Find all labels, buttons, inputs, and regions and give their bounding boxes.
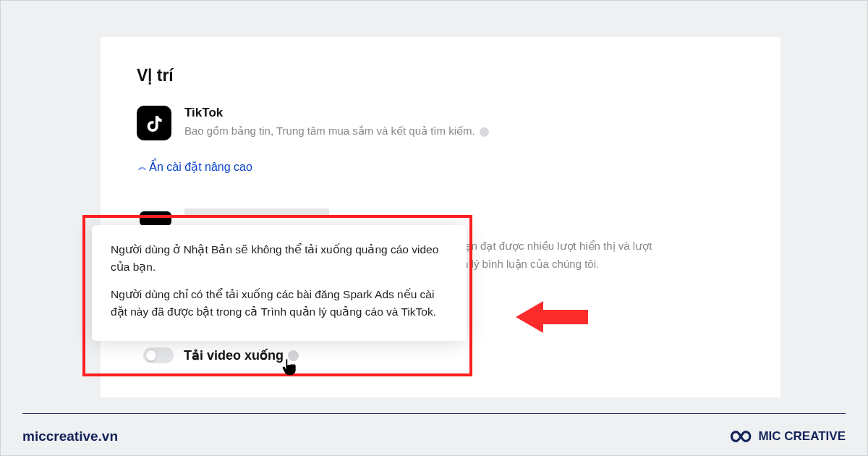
collapse-label: Ẩn cài đặt nâng cao	[149, 160, 252, 174]
info-icon[interactable]	[480, 127, 489, 137]
brand-name: MIC CREATIVE	[758, 429, 846, 444]
platform-description: Bao gồm bảng tin, Trung tâm mua sắm và k…	[184, 124, 489, 138]
toggle-knob	[145, 350, 157, 361]
tooltip-paragraph-1: Người dùng ở Nhật Bản sẽ không thể tải x…	[111, 241, 448, 276]
cursor-pointer-icon	[281, 358, 297, 376]
attention-arrow-icon	[516, 301, 588, 333]
footer-divider	[22, 413, 846, 414]
hide-advanced-link[interactable]: ︽ Ẩn cài đặt nâng cao	[138, 160, 252, 174]
platform-name: TikTok	[184, 106, 489, 120]
platform-row-tiktok[interactable]: TikTok Bao gồm bảng tin, Trung tâm mua s…	[137, 106, 744, 140]
site-url[interactable]: miccreative.vn	[22, 428, 118, 444]
infinity-icon	[725, 428, 752, 445]
placement-panel: Vị trí TikTok Bao gồm bảng tin, Trung tâ…	[101, 37, 780, 397]
brand-logo: MIC CREATIVE	[725, 428, 846, 445]
svg-marker-0	[516, 301, 588, 333]
platform-text: TikTok Bao gồm bảng tin, Trung tâm mua s…	[184, 106, 489, 138]
page-footer: miccreative.vn MIC CREATIVE	[22, 428, 846, 445]
download-toggle[interactable]	[143, 347, 174, 363]
tiktok-icon	[137, 106, 171, 140]
pangle-icon	[140, 211, 171, 226]
tooltip-paragraph-2: Người dùng chỉ có thể tải xuống các bài …	[111, 286, 448, 321]
download-toggle-row: Tải video xuống	[143, 347, 299, 363]
chevron-up-icon: ︽	[138, 164, 145, 169]
download-tooltip: Người dùng ở Nhật Bản sẽ không thể tải x…	[92, 225, 467, 341]
section-title: Vị trí	[137, 66, 744, 85]
